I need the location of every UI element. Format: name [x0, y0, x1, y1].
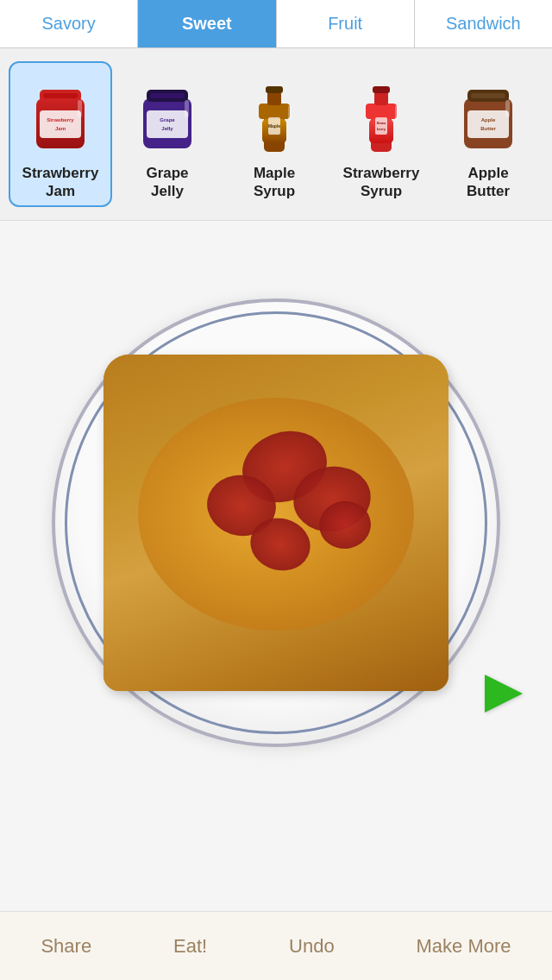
plate	[52, 298, 500, 747]
tab-sweet[interactable]: Sweet	[138, 0, 276, 47]
tab-fruit[interactable]: Fruit	[277, 0, 415, 47]
svg-rect-25	[374, 91, 388, 105]
tab-sandwich[interactable]: Sandwich	[415, 0, 552, 47]
strawberry-syrup-label: StrawberrySyrup	[343, 165, 420, 200]
bottom-toolbar: Share Eat! Undo Make More	[0, 911, 552, 980]
ingredient-maple-syrup[interactable]: Maple MapleSyrup	[223, 63, 326, 205]
strawberry-syrup-icon: Straw berry	[342, 68, 420, 163]
jam-layer	[190, 432, 397, 605]
eat-button[interactable]: Eat!	[160, 928, 221, 964]
next-arrow-button[interactable]	[485, 675, 536, 713]
apple-butter-label: AppleButter	[467, 165, 510, 200]
svg-rect-22	[288, 105, 292, 121]
undo-button[interactable]: Undo	[275, 928, 348, 964]
svg-text:Maple: Maple	[268, 123, 280, 129]
ingredient-strawberry-jam[interactable]: Strawberry Jam StrawberryJam	[9, 61, 112, 207]
svg-text:Strawberry: Strawberry	[47, 117, 74, 122]
svg-rect-13	[150, 93, 185, 98]
svg-rect-26	[373, 86, 390, 93]
svg-rect-2	[40, 110, 81, 138]
ingredient-grape-jelly[interactable]: Grape Jelly GrapeJelly	[116, 63, 219, 205]
svg-rect-28	[375, 117, 387, 135]
svg-text:Apple: Apple	[481, 117, 496, 122]
svg-text:Jelly: Jelly	[161, 126, 173, 131]
maple-syrup-icon: Maple	[235, 68, 313, 163]
tab-savory[interactable]: Savory	[0, 0, 138, 47]
ingredient-strawberry-syrup[interactable]: Straw berry StrawberrySyrup	[329, 63, 433, 205]
toast-body	[104, 355, 448, 691]
make-more-button[interactable]: Make More	[403, 928, 525, 964]
svg-text:Grape: Grape	[160, 117, 175, 122]
ingredient-apple-butter[interactable]: Apple Butter AppleButter	[436, 63, 540, 205]
svg-rect-18	[266, 86, 283, 93]
svg-text:berry: berry	[377, 127, 386, 131]
toast	[104, 355, 448, 691]
strawberry-jam-label: StrawberryJam	[22, 165, 99, 200]
svg-rect-31	[395, 105, 398, 121]
grape-jelly-icon: Grape Jelly	[129, 68, 206, 163]
svg-rect-33	[467, 110, 509, 138]
svg-rect-6	[43, 93, 78, 98]
svg-rect-16	[259, 104, 290, 119]
svg-rect-9	[147, 110, 188, 138]
svg-text:Jam: Jam	[55, 126, 66, 131]
svg-rect-7	[78, 100, 82, 117]
svg-rect-14	[185, 100, 189, 117]
tab-bar: Savory Sweet Fruit Sandwich	[0, 0, 552, 48]
svg-text:Straw: Straw	[377, 121, 387, 125]
apple-butter-icon: Apple Butter	[449, 68, 527, 163]
main-canvas	[0, 221, 552, 825]
share-button[interactable]: Share	[27, 928, 105, 964]
ingredient-row: Strawberry Jam StrawberryJam Grape Jelly	[0, 48, 552, 221]
arrow-icon	[485, 675, 523, 713]
maple-syrup-label: MapleSyrup	[254, 165, 295, 200]
svg-rect-17	[267, 91, 281, 105]
strawberry-jam-icon: Strawberry Jam	[22, 68, 99, 163]
svg-rect-38	[505, 100, 510, 117]
svg-rect-37	[471, 93, 505, 98]
svg-rect-24	[366, 104, 397, 119]
grape-jelly-label: GrapeJelly	[146, 165, 188, 200]
svg-text:Butter: Butter	[480, 126, 496, 131]
